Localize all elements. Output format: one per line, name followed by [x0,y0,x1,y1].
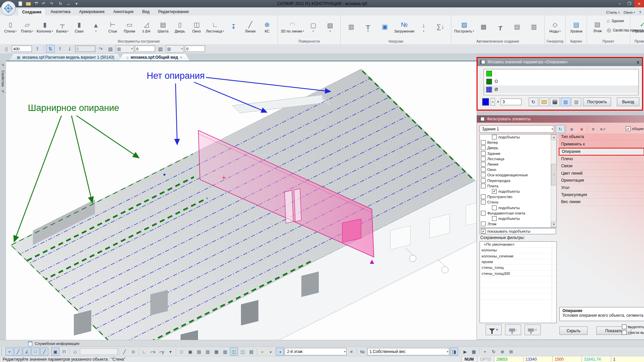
build-tool[interactable]: ▧Построить▾ [453,16,475,38]
snap-guide-icon[interactable]: ╱ [40,348,48,356]
service-info-tab[interactable]: Служебная информация [28,341,79,346]
joint-tool[interactable]: ⊢Стык [104,16,121,38]
more-icon[interactable]: ▾ [73,1,80,6]
draw-line-icon[interactable]: ╱ [120,348,129,356]
beam-tool[interactable]: ┬Балка▾ [54,16,71,38]
line-load-tool[interactable]: ╥▾ [359,16,376,38]
view-shade-icon[interactable]: ▤ [195,348,203,356]
layers-icon[interactable]: ≡ [347,348,355,356]
parameter-row[interactable]: Плечо [559,156,644,163]
angle-field-1[interactable] [135,46,155,52]
object-type-row[interactable]: Окно [480,167,551,172]
help-icon[interactable]: ? [639,10,641,14]
checkbox-icon[interactable] [481,162,486,167]
ribbon-tab-аннотации[interactable]: Аннотации [109,8,138,15]
saved-filter-row[interactable] [480,294,556,300]
checkbox-icon[interactable] [481,200,486,204]
add-filter-button[interactable]: + [486,324,502,335]
crane-tool[interactable]: ┲ [492,16,509,38]
ribbon-tab-аналитика[interactable]: Аналитика [46,8,75,15]
cube-gray-icon[interactable]: ▧ [572,98,581,106]
zoom-icon[interactable]: ⊕ [498,348,506,356]
wall-tool[interactable]: ▯Стена▾ [2,16,19,38]
checked-list-icon[interactable]: ≡✓ [599,125,608,133]
angle-field-2[interactable] [185,46,205,52]
saved-filter-row[interactable] [480,277,556,282]
offset-field[interactable] [75,46,95,52]
saved-filters-list[interactable]: <По умолчанию>колонныколонны_сечениепрое… [480,241,557,323]
brick-model-icon[interactable]: ▤ [247,348,255,356]
loadcase-number-icon[interactable]: № [358,348,366,356]
parameter-row[interactable]: Тип объекта [559,133,644,140]
bulb-object-icon[interactable]: ◐ [267,348,275,356]
checkbox-icon[interactable] [481,173,486,177]
lock-x-icon[interactable]: ⌐x [149,348,157,356]
view-solid-icon[interactable]: ▣ [186,348,194,356]
tab-close-icon[interactable]: × [180,55,182,59]
cube-blue-icon[interactable]: ▧ [561,98,571,106]
checkbox-icon[interactable] [622,330,627,335]
scrollbar[interactable]: ▲ ≡ ▼ [551,134,556,227]
window-menu[interactable]: Окно▾ [624,10,635,14]
parameter-row[interactable]: Связи [559,163,644,170]
box2-icon[interactable]: ▨ [156,45,165,53]
redo-icon[interactable]: ↷▾ [49,1,56,6]
object-type-list[interactable]: подобъектыВетерДверьЗданиеЛестницаЛинияО… [480,134,557,228]
delta-height-tool[interactable]: ◿± ΔН [138,16,155,38]
saved-filter-row[interactable] [480,288,556,294]
multiplier-input[interactable] [501,99,522,105]
legend-row[interactable] [484,69,638,77]
maximize-button[interactable]: ❐ [625,0,634,7]
checkbox-icon[interactable] [622,324,627,329]
analytic-model-icon[interactable]: ◫ [230,348,238,356]
saved-filter-row[interactable]: колонны [480,247,556,253]
exit-button[interactable]: Выход [617,98,639,106]
parameter-row[interactable]: Угол [559,184,644,191]
column-tool[interactable]: ▮Колонна▾ [36,16,54,38]
floor-select[interactable]: 2-й этаж▾ [285,348,347,355]
saved-filter-row[interactable]: проем [480,259,556,265]
solid-tool[interactable]: ▧▾ [321,16,338,38]
box-icon[interactable]: ▧ [106,45,115,53]
slab-tool[interactable]: ▱Плита▾ [19,16,36,38]
saved-filter-row[interactable]: стены_толщ300 [480,270,556,276]
parameter-row-selected[interactable]: Опирание [559,148,644,156]
lock-y-icon[interactable]: ⌐y [158,348,166,356]
edit-icon[interactable]: ✎ [1,89,4,94]
unlock-icon[interactable]: ⊓ [60,348,68,356]
snap-angle-icon[interactable]: ∠ [23,348,31,356]
parameter-list[interactable]: Тип объектаПрименять кОпираниеПлечоСвязи… [559,133,644,206]
common-checkbox[interactable]: общие [626,126,644,131]
app-logo[interactable] [1,1,16,16]
document-tab[interactable]: ▦мозаика.spf:Расчетная модель вариант 1 … [9,54,122,61]
save-icon[interactable] [550,98,560,106]
object-type-row[interactable]: Дверь [480,145,551,150]
workplane-icon[interactable]: ◇ [71,348,79,356]
window-tool[interactable]: ◫Окно [188,16,205,38]
ortho-indicator[interactable]: ОРТО [477,356,494,362]
door-tool[interactable]: ▯Дверь [171,16,188,38]
center-point-icon[interactable]: ⊙ [129,348,137,356]
zoom-window-icon[interactable]: ⊞ [507,348,515,356]
checkbox-icon[interactable] [481,178,486,183]
ortho-corner-icon[interactable]: ∟ [140,348,148,356]
toolbar-grip[interactable] [1,348,4,355]
ribbon-tab-армирование[interactable]: Армирование [75,8,109,15]
mosaic-legend-list[interactable]: OØ [484,69,639,95]
opening-tool[interactable]: ▭Проем [121,16,138,38]
view-box-icon[interactable]: ▧ [221,348,229,356]
sum-load-tool[interactable]: ∑↓ [432,16,449,38]
refresh-icon[interactable]: ↻ [529,98,538,106]
pile-tool[interactable]: ▮Свая [71,16,88,38]
object-type-row[interactable]: Оси координационные [480,172,551,178]
new-file-icon[interactable] [17,1,23,6]
align-right-icon[interactable]: ⇃ [65,45,74,53]
loadcases-tool[interactable]: №Загружения [393,16,415,38]
checkbox-icon[interactable] [481,151,486,156]
object-type-row[interactable]: Лестница [480,156,551,162]
object-type-row[interactable]: Фундаментная плита [480,210,551,216]
object-type-row[interactable]: Плита [480,183,551,189]
saved-filter-row[interactable]: колонны_сечение [480,253,556,259]
save-icon[interactable] [33,1,40,6]
align-left-icon[interactable]: ⇅ [46,45,55,53]
